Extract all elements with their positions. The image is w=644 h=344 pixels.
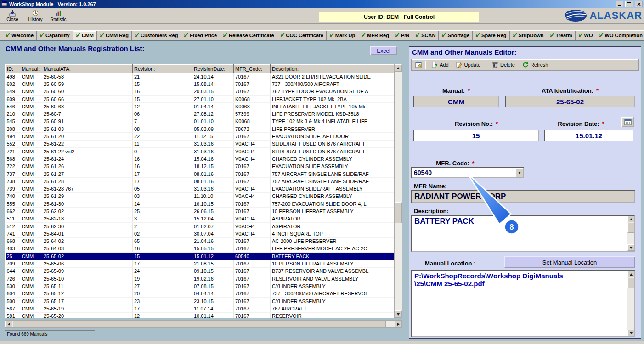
column-header[interactable]: Revision: [133,65,192,73]
scroll-up-button[interactable] [627,216,634,222]
table-row[interactable]: 498CMM25-60-582124.10.1470167A321 DOOR 2… [6,73,395,80]
horizontal-scrollbar[interactable] [5,320,402,328]
location-scrollbar[interactable] [627,271,634,336]
table-cell: LIFEJACKET TYPE 102 Mk. 2BA [271,95,395,102]
table-row[interactable]: 741CMM25-64-010230.07.04V0ACH44 INCH SQU… [6,230,395,237]
table-row[interactable]: 530CMM25-65-112707.08.1570167CYLINDER AS… [6,282,395,290]
table-cell: 05.03.09 [192,125,234,133]
table-row[interactable]: 546CMM25-60-681201.04.14K0068INFLATABLE … [6,103,395,110]
table-row[interactable]: 545CMM25-60-91701.01.10K0068TYPE 102 Mk.… [6,118,395,125]
manual-location-textarea[interactable]: P:\WorkShopRecords\Workshop DigiManuals … [411,270,635,337]
scroll-thumb[interactable] [395,202,402,223]
column-header[interactable]: ManualATA: [42,65,133,73]
scroll-down-button[interactable] [627,244,634,251]
calendar-button[interactable] [621,117,634,127]
table-cell: V0ACH4 [234,222,271,230]
tab-wo-completion[interactable]: WO Completion [596,31,644,40]
table-row[interactable]: 602CMM25-60-591515.08.1470167737 - 300/4… [6,80,395,88]
tab-coc-certificate[interactable]: COC Certificate [277,31,327,40]
refresh-button[interactable]: Refresh [519,60,552,69]
combo-dropdown-button[interactable] [515,168,523,177]
tab-p-n[interactable]: P/N [392,31,412,40]
tab-customers-reg[interactable]: Customers Reg [132,31,181,40]
table-row[interactable]: 549CMM25-60-601620.03.1570167767 TYPE I … [6,88,395,95]
add-button[interactable]: Add [428,60,452,69]
tab-shortage[interactable]: Shortage [439,31,473,40]
close-button[interactable]: Close [1,8,24,23]
revision-no-input[interactable]: 15 [413,130,539,141]
minimize-button[interactable] [616,1,623,7]
maximize-button[interactable] [625,1,633,7]
tab-cmm[interactable]: CMM [73,31,97,40]
scroll-up-button[interactable] [627,271,634,277]
tab-stripdown[interactable]: StripDown [510,31,547,40]
statistic-button[interactable]: Statistic [47,8,70,23]
table-row[interactable]: 709CMM25-65-061721.08.157016710 PERSON L… [6,260,395,267]
history-button[interactable]: History [24,8,47,23]
tab-scan[interactable]: SCAN [412,31,439,40]
table-row[interactable]: 662CMM25-62-022526.06.157016710 PERSON L… [6,208,395,215]
tab-spare-reg[interactable]: Spare Reg [473,31,509,40]
tab-welcome[interactable]: Welcome [3,31,37,40]
table-row[interactable]: 609CMM25-60-661527.01.10K0068LIFEJACKET … [6,95,395,102]
table-row[interactable]: 512CMM25-62-30201.02.07V0ACH4ASPIRATOR [6,222,395,230]
description-scrollbar[interactable] [627,216,634,251]
tab-release-certificate[interactable]: Release Certificate [220,31,277,40]
table-row[interactable]: 668CMM25-64-026521.04.1670167AC-2000 LIF… [6,237,395,245]
description-textarea[interactable]: BATTERY PACK [411,215,635,252]
table-row[interactable]: 494CMM25-61-202211.12.1570167EVACUATION … [6,133,395,140]
table-row[interactable]: 500CMM25-65-172323.10.1570167CYLINDER AS… [6,297,395,305]
scroll-right-button[interactable] [395,321,402,327]
tab-treatm[interactable]: Treatm [547,31,576,40]
table-row[interactable]: 568CMM25-61-241615.04.16V0ACH4CHARGED CY… [6,155,395,163]
table-row[interactable]: 25CMM25-65-021515.01.1260540BATTERY PACK [6,253,395,260]
tab-fixed-price[interactable]: Fixed Price [181,31,220,40]
table-row[interactable]: 722CMM25-61-261618.12.1570167EVACUATION … [6,163,395,170]
table-row[interactable]: 721CMM25-61-22 vol2031.03.16V0ACH4SLIDE/… [6,147,395,155]
table-row[interactable]: 511CMM25-62-18315.12.04V0ACH4ASPIRATOR [6,215,395,222]
tab-icon [441,33,446,38]
table-row[interactable]: 581CMM25-65-201210.01.1470167RESERVOIR [6,312,395,318]
form-icon[interactable] [414,60,423,69]
scroll-thumb[interactable] [627,223,634,233]
scroll-thumb[interactable] [627,278,634,288]
column-header[interactable]: ID: [6,65,20,73]
table-row[interactable]: 308CMM25-61-030805.03.0978673LIFE PRESER… [6,125,395,133]
table-row[interactable]: 552CMM25-61-221131.03.16V0ACH4SLIDE/RAFT… [6,140,395,147]
table-row[interactable]: 403CMM25-64-031615.05.1570167LIFE PRESER… [6,245,395,252]
tab-mfr-reg[interactable]: MFR Reg [358,31,392,40]
column-header[interactable]: Manual: [20,65,42,73]
table-row[interactable]: 726CMM25-65-101919.02.1670167RESERVOIR A… [6,275,395,282]
mfr-code-combobox[interactable]: 60540 [411,167,524,178]
column-header[interactable]: RevisionDate: [192,65,234,73]
scroll-down-button[interactable] [395,310,402,318]
update-button[interactable]: Update [453,60,484,69]
tab-wo[interactable]: WO [576,31,596,40]
table-row[interactable]: 738CMM25-61-281708.01.1670167757 AIRCRAF… [6,178,395,185]
vertical-scrollbar[interactable] [394,64,402,318]
table-row[interactable]: 604CMM25-65-122004.04.1470167737 - 300/4… [6,290,395,297]
table-row[interactable]: 739CMM25-61-28 7670531.03.16V0ACH4EVACUA… [6,185,395,192]
table-row[interactable]: 644CMM25-65-092409.10.1570167B737 RESERV… [6,267,395,275]
table-cell: CMM [20,185,42,192]
scroll-left-button[interactable] [5,321,12,327]
close-window-button[interactable] [635,1,643,7]
excel-button[interactable]: Excel [370,46,397,55]
scroll-down-button[interactable] [627,330,634,336]
tab-mark-up[interactable]: Mark Up [327,31,358,40]
main-toolbar: Close History Statistic User ID: DEM - F… [0,8,644,24]
set-manual-location-button[interactable]: Set Manual Location [504,256,635,268]
tab-cmm-reg[interactable]: CMM Reg [97,31,132,40]
tab-capability[interactable]: Capability [37,31,73,40]
column-header[interactable]: MFR_Code: [234,65,271,73]
table-row[interactable]: 737CMM25-61-271708.01.1670167757 AIRCRAF… [6,170,395,177]
table-row[interactable]: 740CMM25-61-290311.10.10V0ACH4CHARGED CY… [6,192,395,200]
hscroll-thumb[interactable] [13,321,386,327]
revision-date-input[interactable]: 15.01.12 [544,130,633,141]
scroll-up-button[interactable] [395,64,402,72]
table-row[interactable]: 210CMM25-60-70627.08.1257399LIFE PRESERV… [6,110,395,118]
table-row[interactable]: 567CMM25-65-191711.07.1470167767 AIRCRAF… [6,305,395,312]
table-row[interactable]: 555CMM25-61-301416.10.1570167757-200 EVA… [6,200,395,208]
column-header[interactable]: Description: [271,65,395,73]
delete-button[interactable]: Delete [489,60,518,69]
